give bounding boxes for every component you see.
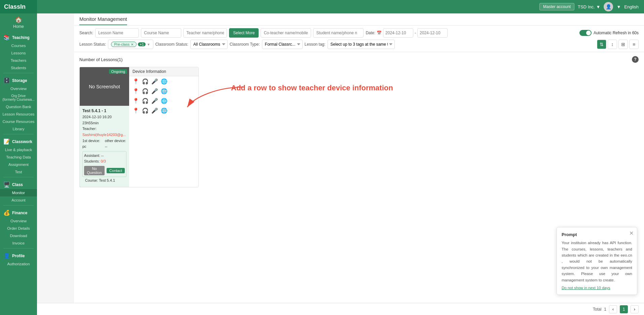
help-button[interactable]: ?	[632, 56, 639, 63]
sidebar-item-teachers[interactable]: Teachers	[0, 57, 37, 64]
prompt-popup: Prompt ✕ Your instituion already has API…	[557, 227, 637, 295]
sidebar-item-lessons[interactable]: Lessons	[0, 49, 37, 57]
sidebar-item-live[interactable]: Live & playback	[0, 146, 37, 153]
lesson-status-label: Lesson Status:	[79, 42, 106, 47]
lesson-tag-select[interactable]: Select up to 3 tags at the same time	[328, 40, 395, 49]
divider-1	[3, 73, 34, 73]
finance-submenu: Overview Order Details Download Invoice	[0, 217, 37, 247]
sidebar-category-finance[interactable]: 💰 Finance	[0, 207, 37, 217]
globe-icon-4: 🌐	[161, 107, 167, 114]
prompt-dismiss-link[interactable]: Do not show in next 10 days	[562, 286, 632, 290]
teacher-name-input[interactable]	[183, 28, 227, 38]
lesson-status-filter[interactable]: Pre-class ✕ +1 ▼	[108, 40, 153, 49]
sidebar-item-overview-finance[interactable]: Overview	[0, 217, 37, 225]
coteacher-input[interactable]	[261, 28, 311, 38]
camera-icon-2: 📍	[132, 88, 139, 94]
view-icon-sort2[interactable]: ↕	[608, 40, 617, 49]
camera-icon-1: 📍	[132, 78, 139, 85]
card-bottom-buttons: No Question Contact	[84, 165, 125, 175]
sidebar-item-students[interactable]: Students	[0, 64, 37, 72]
lessons-count-text: Number of Lessons(1)	[79, 57, 123, 62]
lesson-status-dropdown-icon[interactable]: ▼	[147, 43, 150, 46]
mic-icon-3: 🎤	[151, 98, 158, 104]
course-info: Course: Test 5.4.1	[82, 177, 126, 185]
divider-5	[3, 248, 34, 249]
divider-2	[3, 134, 34, 134]
sidebar-category-classwork[interactable]: 📝 Classwork	[0, 136, 37, 146]
finance-icon: 💰	[3, 210, 10, 216]
sidebar-category-teaching[interactable]: 📚 Teaching	[0, 32, 37, 42]
filter-row-1: Search: Select More Date: 📅 - Automatic …	[79, 28, 639, 38]
auto-refresh-toggle: Automatic Refresh in 60s	[579, 30, 639, 36]
page-header: Monitor Management	[74, 13, 644, 26]
lesson-name: Test 5.4.1 - 1	[82, 108, 126, 114]
sidebar-item-library[interactable]: Library	[0, 125, 37, 133]
contact-button[interactable]: Contact	[107, 168, 125, 173]
teacher-link[interactable]: Sashimi(thuyle14203@g...	[82, 133, 126, 137]
students-info: Students: 0/3	[84, 159, 125, 165]
prompt-title: Prompt	[562, 232, 632, 237]
sidebar-item-assignment[interactable]: Assignment	[0, 161, 37, 168]
lesson-teacher: Teacher: Sashimi(thuyle14203@g...	[82, 126, 126, 138]
camera-icon-3: 📍	[132, 98, 139, 104]
sidebar-item-question-bank[interactable]: Question Bank	[0, 103, 37, 110]
date-filter: Date: 📅 -	[366, 28, 448, 38]
view-icon-list[interactable]: ≡	[629, 40, 639, 49]
home-icon: 🏠	[15, 16, 22, 24]
sidebar-category-class[interactable]: 🖥️ Class	[0, 179, 37, 189]
date-from-input[interactable]	[383, 28, 413, 38]
sidebar-item-account[interactable]: Account	[0, 196, 37, 204]
sidebar-category-storage[interactable]: 🗄️ Storage	[0, 75, 37, 85]
prompt-close-button[interactable]: ✕	[629, 230, 634, 236]
date-to-input[interactable]	[417, 28, 448, 38]
lessons-grid: Ongoing No Screenshot Test 5.4.1 - 1 202…	[79, 67, 639, 187]
sidebar-item-overview-storage[interactable]: Overview	[0, 85, 37, 92]
sidebar-item-order-details[interactable]: Order Details	[0, 225, 37, 232]
storage-submenu: Overview Org Drive (formerly Coursewa...…	[0, 85, 37, 133]
page-next-button[interactable]: ›	[631, 305, 639, 313]
view-icon-grid[interactable]: ⊞	[618, 40, 628, 49]
avatar-dropdown-icon[interactable]: ▼	[616, 4, 621, 9]
page-title: Monitor Management	[79, 16, 127, 25]
sidebar-item-teaching-data[interactable]: Teaching Data	[0, 153, 37, 161]
auto-refresh-label: Automatic Refresh in 60s	[594, 31, 639, 35]
sidebar-item-org-drive[interactable]: Org Drive (formerly Coursewa...	[0, 92, 37, 103]
master-account-button[interactable]: Master account	[539, 3, 574, 10]
sidebar-item-invoice[interactable]: Invoice	[0, 239, 37, 247]
lesson-tag-label: Lesson tag:	[305, 42, 326, 47]
language-selector[interactable]: English	[624, 4, 639, 9]
auto-refresh-switch[interactable]	[579, 30, 592, 36]
sidebar-category-profile[interactable]: 👤 Profile	[0, 250, 37, 260]
sidebar-item-course-resources[interactable]: Course Resources	[0, 118, 37, 125]
course-name-input[interactable]	[141, 28, 181, 38]
org-name: TSD Inc. ▼	[578, 4, 600, 9]
sidebar-item-authorization[interactable]: Authorization	[0, 260, 37, 268]
lesson-status-close[interactable]: ✕	[131, 43, 134, 46]
sidebar-item-test[interactable]: Test	[0, 168, 37, 176]
page-prev-button[interactable]: ‹	[609, 305, 617, 313]
sidebar-item-monitor[interactable]: Monitor	[0, 189, 37, 196]
org-dropdown-icon[interactable]: ▼	[596, 4, 601, 9]
avatar[interactable]: 👤	[604, 2, 613, 11]
no-question-button[interactable]: No Question	[84, 166, 105, 175]
classroom-status-select[interactable]: All Classrooms	[190, 40, 228, 49]
view-icon-sort1[interactable]: ⇅	[597, 40, 606, 49]
sidebar-item-download[interactable]: Download	[0, 232, 37, 239]
sidebar: ClassIn 🏠 Home 📚 Teaching Courses Lesson…	[0, 0, 37, 315]
calendar-icon: 📅	[377, 31, 382, 35]
annotation-area: Add a row to show teacher device informa…	[204, 67, 393, 187]
sidebar-item-courses[interactable]: Courses	[0, 42, 37, 49]
lessons-count-bar: Number of Lessons(1) ?	[79, 56, 639, 63]
classroom-type-select[interactable]: Formal Classrc...	[262, 40, 303, 49]
lesson-status-more[interactable]: +1	[138, 42, 146, 46]
classroom-status-label: Classroom Status:	[155, 42, 188, 47]
annotation-text: Add a row to show teacher device informa…	[231, 84, 393, 92]
sidebar-item-home[interactable]: 🏠 Home	[0, 13, 37, 32]
date-separator: -	[415, 31, 416, 35]
student-input[interactable]	[313, 28, 364, 38]
select-more-button[interactable]: Select More	[229, 28, 259, 38]
sidebar-item-lesson-resources[interactable]: Lesson Resources	[0, 110, 37, 118]
globe-icon-2: 🌐	[161, 88, 167, 94]
lesson-name-input[interactable]	[95, 28, 139, 38]
page-1-button[interactable]: 1	[620, 305, 628, 313]
